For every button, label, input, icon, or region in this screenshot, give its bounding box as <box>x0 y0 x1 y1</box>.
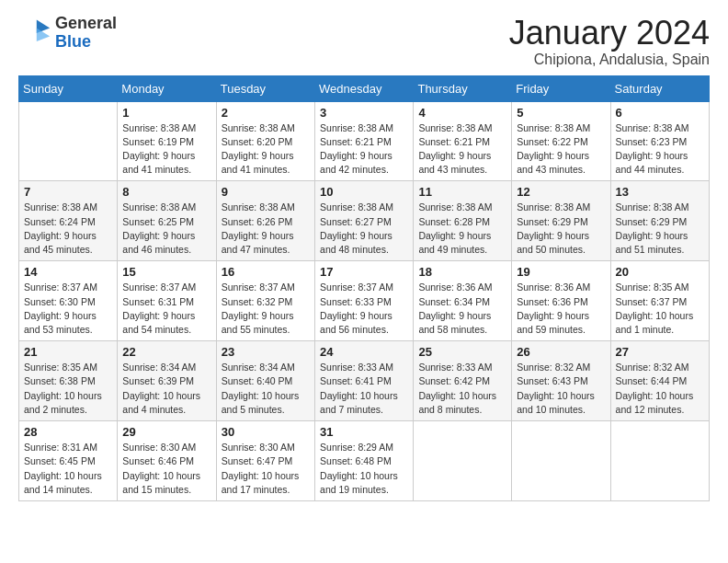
header-row: SundayMondayTuesdayWednesdayThursdayFrid… <box>19 75 710 101</box>
day-info: Sunrise: 8:37 AMSunset: 6:33 PMDaylight:… <box>320 281 408 337</box>
sunset-text: Sunset: 6:20 PM <box>222 135 310 149</box>
day-number: 17 <box>320 265 408 279</box>
calendar-cell: 25Sunrise: 8:33 AMSunset: 6:42 PMDayligh… <box>414 341 512 421</box>
calendar-cell <box>19 101 118 181</box>
day-number: 26 <box>517 345 605 359</box>
day-info: Sunrise: 8:38 AMSunset: 6:29 PMDaylight:… <box>517 201 605 257</box>
daylight-text: Daylight: 9 hours and 55 minutes. <box>222 309 310 337</box>
sunrise-text: Sunrise: 8:32 AM <box>517 361 605 374</box>
calendar-cell: 21Sunrise: 8:35 AMSunset: 6:38 PMDayligh… <box>19 341 118 421</box>
daylight-text: Daylight: 10 hours and 17 minutes. <box>222 469 310 497</box>
sunrise-text: Sunrise: 8:38 AM <box>320 121 408 135</box>
daylight-text: Daylight: 9 hours and 43 minutes. <box>517 149 605 177</box>
daylight-text: Daylight: 10 hours and 14 minutes. <box>24 469 112 497</box>
page: General Blue January 2024 Chipiona, Anda… <box>0 0 728 563</box>
logo: General Blue <box>18 15 117 52</box>
sunset-text: Sunset: 6:29 PM <box>517 215 605 229</box>
calendar-cell: 12Sunrise: 8:38 AMSunset: 6:29 PMDayligh… <box>512 181 610 261</box>
week-row-1: 7Sunrise: 8:38 AMSunset: 6:24 PMDaylight… <box>19 181 710 261</box>
logo-general-text: General <box>55 15 117 33</box>
calendar-cell: 31Sunrise: 8:29 AMSunset: 6:48 PMDayligh… <box>315 421 414 501</box>
day-number: 14 <box>24 265 112 279</box>
sunset-text: Sunset: 6:19 PM <box>122 135 210 149</box>
calendar-cell: 15Sunrise: 8:37 AMSunset: 6:31 PMDayligh… <box>118 261 216 341</box>
calendar-cell: 1Sunrise: 8:38 AMSunset: 6:19 PMDaylight… <box>118 101 216 181</box>
daylight-text: Daylight: 10 hours and 19 minutes. <box>320 469 408 497</box>
sunset-text: Sunset: 6:37 PM <box>616 295 704 309</box>
day-info: Sunrise: 8:34 AMSunset: 6:39 PMDaylight:… <box>122 361 210 417</box>
day-number: 8 <box>122 185 210 199</box>
logo-text: General Blue <box>55 15 117 52</box>
day-info: Sunrise: 8:38 AMSunset: 6:24 PMDaylight:… <box>24 201 112 257</box>
daylight-text: Daylight: 10 hours and 12 minutes. <box>616 389 704 417</box>
sunset-text: Sunset: 6:40 PM <box>222 374 310 388</box>
sunset-text: Sunset: 6:43 PM <box>517 374 605 388</box>
day-info: Sunrise: 8:35 AMSunset: 6:37 PMDaylight:… <box>616 281 704 337</box>
day-info: Sunrise: 8:31 AMSunset: 6:45 PMDaylight:… <box>24 441 112 497</box>
calendar-cell: 18Sunrise: 8:36 AMSunset: 6:34 PMDayligh… <box>414 261 512 341</box>
calendar-cell: 11Sunrise: 8:38 AMSunset: 6:28 PMDayligh… <box>414 181 512 261</box>
sunrise-text: Sunrise: 8:29 AM <box>320 441 408 454</box>
day-number: 12 <box>517 185 605 199</box>
day-number: 11 <box>418 185 506 199</box>
calendar-cell: 26Sunrise: 8:32 AMSunset: 6:43 PMDayligh… <box>512 341 610 421</box>
daylight-text: Daylight: 9 hours and 56 minutes. <box>320 309 408 337</box>
sunrise-text: Sunrise: 8:30 AM <box>222 441 310 454</box>
sunrise-text: Sunrise: 8:38 AM <box>517 201 605 214</box>
sunrise-text: Sunrise: 8:38 AM <box>122 201 210 214</box>
daylight-text: Daylight: 10 hours and 1 minute. <box>616 309 704 337</box>
day-number: 10 <box>320 185 408 199</box>
sunset-text: Sunset: 6:22 PM <box>517 135 605 149</box>
day-info: Sunrise: 8:38 AMSunset: 6:20 PMDaylight:… <box>222 121 310 178</box>
day-info: Sunrise: 8:38 AMSunset: 6:19 PMDaylight:… <box>122 121 210 178</box>
sunrise-text: Sunrise: 8:38 AM <box>517 121 605 135</box>
day-number: 21 <box>24 345 112 359</box>
day-number: 7 <box>24 185 112 199</box>
calendar-cell: 13Sunrise: 8:38 AMSunset: 6:29 PMDayligh… <box>610 181 709 261</box>
sunset-text: Sunset: 6:21 PM <box>320 135 408 149</box>
daylight-text: Daylight: 9 hours and 53 minutes. <box>24 309 112 337</box>
sunrise-text: Sunrise: 8:38 AM <box>616 201 704 214</box>
calendar-cell: 28Sunrise: 8:31 AMSunset: 6:45 PMDayligh… <box>19 421 118 501</box>
sunset-text: Sunset: 6:39 PM <box>122 374 210 388</box>
day-info: Sunrise: 8:38 AMSunset: 6:22 PMDaylight:… <box>517 121 605 178</box>
daylight-text: Daylight: 9 hours and 59 minutes. <box>517 309 605 337</box>
sunrise-text: Sunrise: 8:38 AM <box>418 201 506 214</box>
sunrise-text: Sunrise: 8:37 AM <box>320 281 408 294</box>
sunrise-text: Sunrise: 8:32 AM <box>616 361 704 374</box>
calendar-cell: 22Sunrise: 8:34 AMSunset: 6:39 PMDayligh… <box>118 341 216 421</box>
calendar-cell: 14Sunrise: 8:37 AMSunset: 6:30 PMDayligh… <box>19 261 118 341</box>
day-number: 6 <box>616 106 704 120</box>
sunrise-text: Sunrise: 8:38 AM <box>616 121 704 135</box>
daylight-text: Daylight: 10 hours and 4 minutes. <box>122 389 210 417</box>
sunrise-text: Sunrise: 8:38 AM <box>24 201 112 214</box>
daylight-text: Daylight: 9 hours and 44 minutes. <box>616 149 704 177</box>
daylight-text: Daylight: 9 hours and 51 minutes. <box>616 229 704 257</box>
sunset-text: Sunset: 6:28 PM <box>418 215 506 229</box>
day-info: Sunrise: 8:35 AMSunset: 6:38 PMDaylight:… <box>24 361 112 417</box>
day-info: Sunrise: 8:33 AMSunset: 6:41 PMDaylight:… <box>320 361 408 417</box>
header-tuesday: Tuesday <box>216 75 314 101</box>
daylight-text: Daylight: 10 hours and 5 minutes. <box>222 389 310 417</box>
sunrise-text: Sunrise: 8:38 AM <box>320 201 408 214</box>
day-info: Sunrise: 8:34 AMSunset: 6:40 PMDaylight:… <box>222 361 310 417</box>
day-info: Sunrise: 8:36 AMSunset: 6:34 PMDaylight:… <box>418 281 506 337</box>
sunset-text: Sunset: 6:46 PM <box>122 454 210 468</box>
day-number: 18 <box>418 265 506 279</box>
sunrise-text: Sunrise: 8:36 AM <box>517 281 605 294</box>
daylight-text: Daylight: 10 hours and 8 minutes. <box>418 389 506 417</box>
calendar-cell: 17Sunrise: 8:37 AMSunset: 6:33 PMDayligh… <box>315 261 414 341</box>
day-number: 4 <box>418 106 506 120</box>
day-number: 31 <box>320 425 408 439</box>
title-block: January 2024 Chipiona, Andalusia, Spain <box>509 15 710 68</box>
day-info: Sunrise: 8:38 AMSunset: 6:21 PMDaylight:… <box>418 121 506 178</box>
sunrise-text: Sunrise: 8:38 AM <box>122 121 210 135</box>
day-info: Sunrise: 8:38 AMSunset: 6:25 PMDaylight:… <box>122 201 210 257</box>
week-row-0: 1Sunrise: 8:38 AMSunset: 6:19 PMDaylight… <box>19 101 710 181</box>
calendar-cell: 16Sunrise: 8:37 AMSunset: 6:32 PMDayligh… <box>216 261 314 341</box>
day-number: 22 <box>122 345 210 359</box>
sunset-text: Sunset: 6:25 PM <box>122 215 210 229</box>
daylight-text: Daylight: 9 hours and 46 minutes. <box>122 229 210 257</box>
day-info: Sunrise: 8:38 AMSunset: 6:26 PMDaylight:… <box>222 201 310 257</box>
day-number: 27 <box>616 345 704 359</box>
